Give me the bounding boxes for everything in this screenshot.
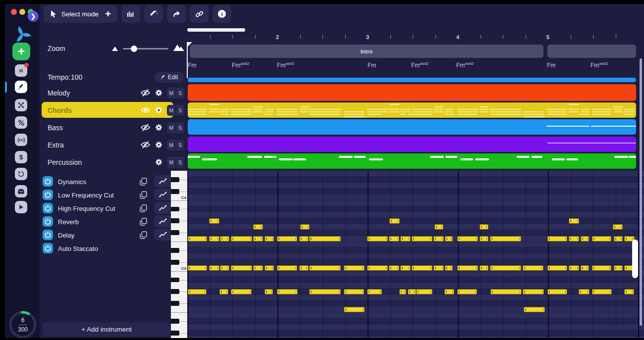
create-composition-button[interactable]: + [12,43,30,60]
horizontal-scrollbar[interactable] [187,28,245,32]
midi-note[interactable] [457,265,478,271]
copy-icon[interactable] [140,204,148,212]
midi-note[interactable] [253,265,263,271]
solo-button[interactable]: S [176,88,184,98]
midi-note[interactable] [457,289,477,294]
eye-slash-icon[interactable] [140,123,151,132]
midi-note[interactable] [265,265,274,271]
midi-note[interactable] [457,236,478,242]
eye-slash-icon[interactable] [140,141,151,149]
midi-note[interactable] [209,265,219,271]
midi-note[interactable] [220,265,229,271]
midi-note[interactable] [581,265,589,271]
midi-note[interactable] [480,265,488,271]
midi-note[interactable] [344,265,365,271]
zoom-slider[interactable] [123,48,168,49]
roll-selection-handle[interactable] [632,240,638,278]
minimize-window-button[interactable] [19,9,25,15]
midi-note[interactable] [389,265,399,271]
eye-icon[interactable] [140,106,151,115]
midi-note[interactable] [265,236,274,242]
midi-note[interactable] [416,289,432,294]
midi-note[interactable] [188,289,207,294]
midi-note[interactable] [389,236,399,242]
copy-icon[interactable] [140,218,148,226]
sidebar-arrows-icon[interactable] [15,99,27,111]
midi-note[interactable] [490,236,521,242]
midi-note[interactable] [579,289,590,294]
midi-note[interactable] [277,236,297,242]
vertical-scrollbar[interactable] [640,58,642,326]
lane-bass[interactable] [188,119,636,135]
black-key[interactable] [171,260,179,265]
midi-note[interactable] [344,307,365,312]
track-row-melody[interactable]: MelodyMS [40,84,187,101]
tempo-edit-button[interactable]: Edit [155,72,184,83]
sidebar-discord-icon[interactable] [15,185,27,197]
solo-button[interactable]: S [176,157,184,168]
midi-note[interactable] [433,265,444,271]
solo-button[interactable]: S [176,122,184,133]
midi-note[interactable] [309,265,341,271]
midi-note[interactable] [581,236,589,242]
midi-note[interactable] [547,265,567,271]
midi-note[interactable] [367,265,388,271]
midi-note[interactable] [408,289,416,294]
close-window-button[interactable] [11,9,17,15]
midi-note[interactable] [434,224,443,230]
link-button[interactable] [190,5,209,23]
black-key[interactable] [171,289,179,294]
black-key[interactable] [171,189,179,194]
zoom-slider-knob[interactable] [131,46,137,52]
midi-note[interactable] [490,289,522,294]
black-key[interactable] [171,218,179,223]
black-key[interactable] [171,230,179,235]
track-row-percussion[interactable]: PercussionMS [40,153,187,171]
midi-note[interactable] [277,265,297,271]
mute-button[interactable]: M [167,88,175,98]
midi-note[interactable] [309,289,341,294]
copy-icon[interactable] [140,178,148,186]
track-settings-gear-icon[interactable] [154,141,163,149]
power-toggle-icon[interactable] [43,190,53,200]
eye-slash-icon[interactable] [140,89,151,97]
piano-keyboard[interactable]: C4C3C2 [171,171,187,340]
midi-note[interactable] [220,236,229,242]
midi-note[interactable] [480,224,488,230]
sidebar-percent-icon[interactable] [15,116,27,129]
midi-note[interactable] [399,289,406,294]
sidebar-history-icon[interactable] [15,168,27,180]
stats-button[interactable] [121,5,140,23]
zoom-in-icon[interactable] [173,44,184,51]
solo-button[interactable]: S [176,140,184,150]
power-toggle-icon[interactable] [43,243,53,253]
power-toggle-icon[interactable] [43,230,53,240]
midi-note[interactable] [569,265,579,271]
power-toggle-icon[interactable] [43,176,53,187]
sidebar-dollar-icon[interactable]: $ [15,151,27,163]
track-row-bass[interactable]: BassMS [40,119,187,136]
track-row-chords[interactable]: ChordsMS [40,101,187,119]
mute-button[interactable]: M [167,105,175,116]
automation-curve-button[interactable] [154,175,172,187]
select-mode-button[interactable]: Select mode [44,5,106,23]
sidebar-play-icon[interactable] [15,201,27,213]
black-key[interactable] [171,301,179,306]
midi-note[interactable] [412,236,432,242]
midi-note[interactable] [209,218,219,224]
copy-icon[interactable] [140,191,148,199]
piano-roll-grid[interactable] [187,171,644,340]
track-row-extra[interactable]: ExtraMS [40,136,187,153]
midi-note[interactable] [188,236,207,242]
midi-note[interactable] [299,265,309,271]
midi-note[interactable] [444,289,454,294]
track-settings-gear-icon[interactable] [154,158,163,167]
black-key[interactable] [171,331,179,336]
midi-note[interactable] [265,289,273,294]
midi-note[interactable] [412,265,432,271]
midi-note[interactable] [523,265,543,271]
midi-note[interactable] [592,289,612,294]
midi-note[interactable] [277,289,298,294]
midi-note[interactable] [389,218,400,224]
copy-icon[interactable] [140,231,148,239]
